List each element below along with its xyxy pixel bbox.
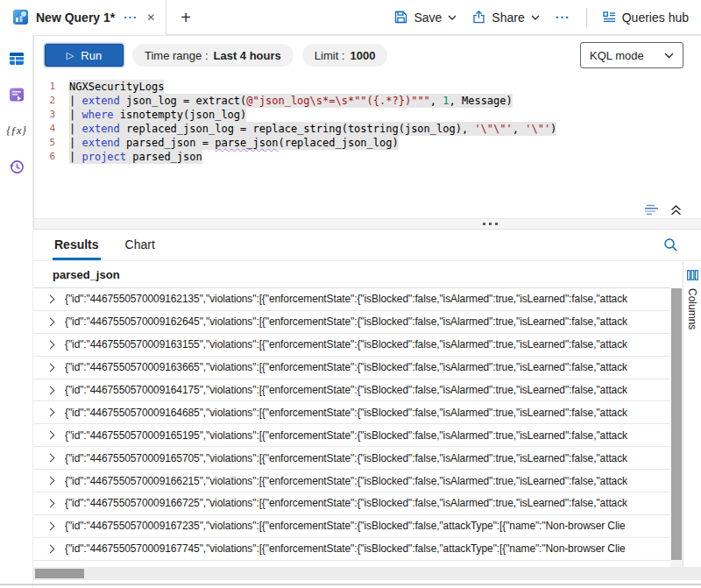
columns-panel-label: Columns [686, 288, 698, 329]
new-tab-button[interactable]: + [181, 9, 191, 26]
row-expand-chevron-icon[interactable] [46, 431, 55, 440]
row-expand-chevron-icon[interactable] [46, 317, 55, 326]
queries-hub-button[interactable]: Queries hub [603, 11, 689, 25]
code-text: NGXSecurityLogs [69, 80, 164, 94]
horizontal-scrollbar-thumb[interactable] [35, 569, 84, 578]
functions-icon[interactable]: {ƒx} [6, 121, 27, 140]
column-header-parsed-json[interactable]: parsed_json [33, 261, 670, 288]
run-label: Run [81, 49, 102, 62]
time-range-pill[interactable]: Time range : Last 4 hours [132, 44, 294, 67]
horizontal-scrollbar[interactable] [33, 567, 701, 580]
left-icon-rail: {ƒx} [0, 35, 33, 588]
tab-more-icon[interactable]: ··· [124, 11, 138, 24]
editor-line[interactable]: 5| extend parsed_json = parse_json(repla… [34, 136, 701, 150]
double-chevron-up-icon [670, 205, 682, 216]
line-number: 5 [34, 136, 69, 150]
line-number: 4 [34, 122, 69, 136]
table-row[interactable]: {"id":"4467550570009166215","violations"… [33, 470, 670, 492]
share-label: Share [492, 11, 524, 25]
stats-lines-icon [644, 204, 660, 216]
saved-queries-icon[interactable] [6, 85, 27, 104]
editor-lines: 1NGXSecurityLogs2| extend json_log = ext… [34, 80, 701, 164]
line-number: 2 [34, 94, 69, 108]
row-expand-chevron-icon[interactable] [46, 544, 55, 553]
row-expand-chevron-icon[interactable] [46, 521, 55, 530]
queries-hub-icon [603, 11, 616, 24]
row-json-text: {"id":"4467550570009167745","violations"… [65, 542, 626, 555]
save-label: Save [414, 11, 442, 25]
row-expand-chevron-icon[interactable] [46, 386, 55, 394]
columns-icon [687, 270, 698, 280]
table-row[interactable]: {"id":"4467550570009162135","violations"… [33, 288, 670, 311]
editor-line[interactable]: 6| project parsed_json [34, 150, 701, 164]
query-history-icon[interactable] [6, 157, 27, 176]
table-row[interactable]: {"id":"4467550570009165195","violations"… [33, 424, 670, 447]
row-json-text: {"id":"4467550570009162645","violations"… [65, 315, 627, 328]
table-row[interactable]: {"id":"4467550570009167235","violations"… [33, 515, 670, 538]
row-expand-chevron-icon[interactable] [46, 499, 55, 508]
kql-mode-select[interactable]: KQL mode [580, 42, 683, 68]
tab-new-query-1[interactable]: New Query 1* ··· ✕ [0, 0, 166, 35]
row-expand-chevron-icon[interactable] [46, 408, 55, 417]
tab-chart[interactable]: Chart [124, 232, 157, 260]
row-expand-chevron-icon[interactable] [46, 477, 55, 485]
table-row[interactable]: {"id":"4467550570009167745","violations"… [33, 538, 670, 561]
query-doc-icon [8, 86, 25, 103]
code-text: | extend parsed_json = parse_json(replac… [69, 136, 399, 150]
line-number: 6 [34, 150, 69, 164]
table-row[interactable]: {"id":"4467550570009165705","violations"… [33, 447, 670, 470]
vertical-scrollbar[interactable] [670, 261, 683, 567]
row-json-text: {"id":"4467550570009162135","violations"… [65, 293, 627, 305]
row-expand-chevron-icon[interactable] [46, 340, 55, 349]
table-row[interactable]: {"id":"4467550570009166725","violations"… [33, 492, 670, 515]
more-actions-button[interactable]: ··· [556, 11, 570, 25]
connections-table-icon[interactable] [6, 49, 27, 68]
code-text: | project parsed_json [69, 150, 202, 164]
line-number: 1 [34, 80, 69, 94]
query-tab-bar: New Query 1* ··· ✕ + Save [0, 0, 701, 35]
limit-value: 1000 [350, 49, 375, 62]
query-statistics-button[interactable] [644, 204, 660, 216]
editor-line[interactable]: 4| extend replaced_json_log = replace_st… [34, 122, 701, 136]
editor-line[interactable]: 2| extend json_log = extract(@"json_log\… [34, 94, 701, 108]
columns-side-panel[interactable]: Columns [683, 261, 701, 567]
search-results-button[interactable] [663, 237, 678, 252]
table-icon [8, 50, 25, 67]
query-toolbar: ▷ Run Time range : Last 4 hours Limit : … [34, 36, 701, 74]
kql-code-editor[interactable]: 1NGXSecurityLogs2| extend json_log = ext… [34, 74, 701, 218]
tab-close-icon[interactable]: ✕ [146, 11, 155, 24]
table-row[interactable]: {"id":"4467550570009163665","violations"… [33, 357, 670, 379]
limit-pill[interactable]: Limit : 1000 [302, 44, 388, 67]
editor-line[interactable]: 1NGXSecurityLogs [34, 80, 701, 94]
editor-line[interactable]: 3| where isnotempty(json_log) [34, 108, 701, 122]
row-expand-chevron-icon[interactable] [46, 454, 55, 463]
row-expand-chevron-icon[interactable] [46, 294, 55, 303]
results-panel: Results Chart parsed_json {"id":"4467550… [33, 230, 701, 588]
table-row[interactable]: {"id":"4467550570009162645","violations"… [33, 311, 670, 334]
row-json-text: {"id":"4467550570009164685","violations"… [65, 407, 627, 419]
tab-results[interactable]: Results [53, 232, 101, 260]
run-button[interactable]: ▷ Run [45, 44, 124, 67]
query-editor-panel: ▷ Run Time range : Last 4 hours Limit : … [33, 35, 701, 230]
table-row[interactable]: {"id":"4467550570009164175","violations"… [33, 379, 670, 402]
table-row[interactable]: {"id":"4467550570009164685","violations"… [33, 401, 670, 424]
row-expand-chevron-icon[interactable] [46, 363, 55, 372]
save-icon [394, 11, 407, 24]
collapse-editor-button[interactable] [670, 205, 682, 216]
limit-label: Limit : [315, 49, 345, 62]
row-json-text: {"id":"4467550570009165195","violations"… [65, 429, 627, 442]
splitter-dots-icon [483, 223, 498, 225]
row-json-text: {"id":"4467550570009164175","violations"… [65, 384, 627, 396]
tab-title: New Query 1* [36, 11, 115, 25]
history-clock-icon [8, 158, 25, 175]
chevron-down-icon [664, 53, 674, 59]
vertical-scrollbar-thumb[interactable] [671, 288, 682, 560]
toolbar-divider [586, 8, 587, 27]
kql-mode-value: KQL mode [590, 49, 644, 62]
panel-splitter-handle[interactable] [34, 218, 701, 229]
share-button[interactable]: Share [472, 11, 539, 25]
search-icon [663, 237, 678, 252]
row-json-text: {"id":"4467550570009165705","violations"… [65, 452, 627, 464]
save-button[interactable]: Save [394, 11, 457, 25]
table-row[interactable]: {"id":"4467550570009163155","violations"… [33, 334, 670, 357]
